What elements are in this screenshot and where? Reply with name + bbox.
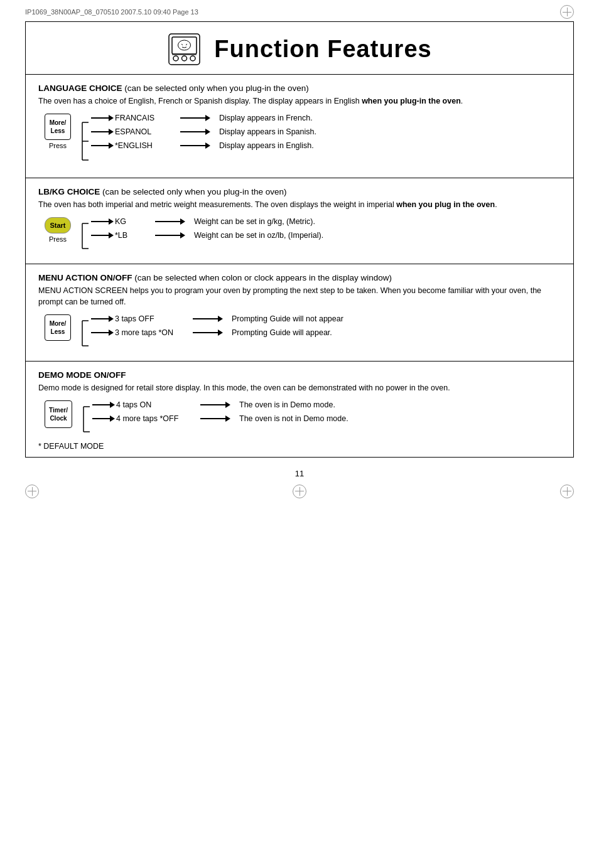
bracket-svg-demo	[75, 400, 92, 438]
page-wrapper: IP1069_38N00AP_08_070510 2007.5.10 09:40…	[0, 0, 599, 868]
bracket-svg	[73, 114, 91, 169]
svg-point-2	[173, 56, 178, 61]
arrow-right-icon	[92, 415, 115, 422]
lb-option: *LB	[115, 231, 146, 240]
demo-mode-diagram: Timer/ Clock 4 tap	[45, 400, 561, 438]
arrow-right2-icon	[200, 415, 230, 422]
menu-action-diagram: More/ Less 3 taps	[45, 314, 561, 352]
more-less-col2: More/ Less	[45, 314, 71, 341]
english-option: *ENGLISH	[115, 141, 171, 150]
language-choice-title-suffix: (can be selected only when you plug-in t…	[122, 83, 309, 93]
kg-result: Weight can be set in g/kg, (Metric).	[194, 217, 315, 226]
arrow-right-icon	[91, 330, 114, 336]
oven-icon	[167, 32, 202, 67]
demo-on-result: The oven is in Demo mode.	[239, 400, 335, 409]
page-number: 11	[0, 458, 599, 485]
header-title: Function Features	[214, 36, 431, 63]
english-result: Display appears in English.	[219, 141, 314, 150]
lb-row: *LB Weight can be set in oz/lb, (Imperia…	[91, 231, 323, 240]
language-options: FRANCAIS Display appears in French.	[91, 114, 316, 150]
lb-kg-section: LB/KG CHOICE (can be selected only when …	[26, 178, 573, 264]
svg-rect-1	[172, 37, 197, 54]
taps-off-result: Prompting Guide will not appear	[232, 314, 343, 323]
language-choice-title: LANGUAGE CHOICE (can be selected only wh…	[38, 83, 561, 93]
more-less-button2: More/ Less	[45, 314, 71, 341]
demo-mode-section: DEMO MODE ON/OFF Demo mode is designed f…	[26, 362, 573, 457]
file-info: IP1069_38N00AP_08_070510 2007.5.10 09:40…	[25, 8, 198, 16]
espanol-option: ESPANOL	[115, 127, 171, 136]
more-less-button: More/ Less	[45, 114, 71, 140]
lb-kg-desc: The oven has both imperial and metric we…	[38, 199, 561, 211]
language-choice-title-bold: LANGUAGE CHOICE	[38, 83, 122, 93]
svg-line-7	[181, 44, 183, 45]
arrow-right2-icon	[155, 218, 185, 225]
arrow-right2-icon	[180, 142, 210, 149]
taps-on-row: 3 more taps *ON Prompting Guide will app…	[91, 328, 343, 337]
press-label: Press	[49, 142, 67, 149]
arrow-right2-icon	[193, 330, 223, 336]
bracket-svg-lbkg	[73, 217, 91, 255]
francais-row: FRANCAIS Display appears in French.	[91, 114, 316, 122]
bottom-crosshairs	[0, 485, 599, 511]
language-choice-diagram: More/ Less Press	[45, 114, 561, 169]
english-row: *ENGLISH Display appears in English.	[91, 141, 316, 150]
espanol-row: ESPANOL Display appears in Spanish.	[91, 127, 316, 136]
arrow-right-icon	[91, 129, 114, 135]
demo-mode-title: DEMO MODE ON/OFF	[38, 370, 561, 380]
more-less-col: More/ Less Press	[45, 114, 71, 149]
arrow-right-icon	[91, 232, 114, 238]
bottom-right-crosshair	[560, 485, 574, 498]
bottom-center-crosshair	[293, 485, 306, 498]
menu-action-title: MENU ACTION ON/OFF (can be selected when…	[38, 273, 561, 282]
lb-kg-diagram: Start Press KG	[45, 217, 561, 255]
taps-on-result: Prompting Guide will appear.	[232, 328, 332, 337]
arrow-right-icon	[91, 115, 114, 121]
demo-off-option: 4 more taps *OFF	[116, 414, 192, 423]
arrow-right-icon	[92, 402, 115, 408]
svg-point-3	[182, 56, 187, 61]
menu-action-desc: MENU ACTION SCREEN helps you to program …	[38, 285, 561, 309]
demo-mode-desc: Demo mode is designed for retail store d…	[38, 382, 561, 394]
demo-off-row: 4 more taps *OFF The oven is not in Demo…	[92, 414, 348, 423]
francais-result: Display appears in French.	[219, 114, 313, 122]
start-col: Start Press	[45, 217, 71, 243]
arrow-right2-icon	[193, 316, 223, 322]
bottom-left-crosshair	[25, 485, 39, 498]
taps-off-row: 3 taps OFF Prompting Guide will not appe…	[91, 314, 343, 323]
language-choice-desc: The oven has a choice of English, French…	[38, 95, 561, 107]
start-button: Start	[45, 217, 71, 233]
svg-point-4	[190, 56, 195, 61]
arrow-right2-icon	[180, 129, 210, 135]
crosshair-icon	[560, 5, 574, 19]
demo-off-result: The oven is not in Demo mode.	[239, 414, 348, 423]
language-choice-section: LANGUAGE CHOICE (can be selected only wh…	[26, 75, 573, 178]
timer-clock-button: Timer/ Clock	[45, 400, 72, 428]
lbkg-options: KG Weight can be set in g/kg, (Metric).	[91, 217, 323, 240]
espanol-result: Display appears in Spanish.	[219, 127, 316, 136]
header-section: Function Features	[26, 22, 573, 75]
kg-option: KG	[115, 217, 146, 226]
menu-action-section: MENU ACTION ON/OFF (can be selected when…	[26, 264, 573, 362]
svg-line-8	[186, 44, 187, 45]
main-content: Function Features LANGUAGE CHOICE (can b…	[25, 21, 574, 458]
kg-row: KG Weight can be set in g/kg, (Metric).	[91, 217, 323, 226]
meta-bar: IP1069_38N00AP_08_070510 2007.5.10 09:40…	[0, 0, 599, 21]
francais-option: FRANCAIS	[115, 114, 171, 122]
demo-on-option: 4 taps ON	[116, 400, 192, 409]
arrow-right-icon	[91, 142, 114, 149]
svg-point-6	[178, 40, 191, 50]
lb-result: Weight can be set in oz/lb, (Imperial).	[194, 231, 323, 240]
taps-on-option: 3 more taps *ON	[115, 328, 184, 337]
arrow-right-icon	[91, 218, 114, 225]
demo-on-row: 4 taps ON The oven is in Demo mode.	[92, 400, 348, 409]
arrow-right2-icon	[155, 232, 185, 238]
timer-clock-col: Timer/ Clock	[45, 400, 72, 428]
default-note: * DEFAULT MODE	[38, 442, 561, 451]
arrow-right2-icon	[180, 115, 210, 121]
taps-off-option: 3 taps OFF	[115, 314, 184, 323]
lb-kg-title: LB/KG CHOICE (can be selected only when …	[38, 187, 561, 196]
demo-options: 4 taps ON The oven is in Demo mode.	[92, 400, 348, 423]
bracket-svg-menu	[73, 314, 91, 352]
press-label: Press	[49, 235, 67, 243]
arrow-right2-icon	[200, 402, 230, 408]
